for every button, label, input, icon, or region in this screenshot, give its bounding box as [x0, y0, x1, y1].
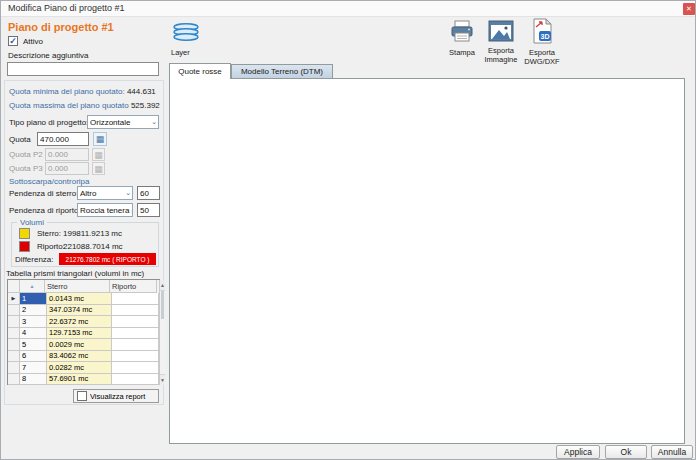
riporto-cell[interactable] [112, 305, 159, 317]
quota-label: Quota [9, 135, 31, 145]
annulla-label: Annulla [658, 447, 686, 457]
table-scrollbar-track [160, 319, 165, 374]
prism-table: ▲ Sterro Riporto ▶10.0143 mc2347.0374 mc… [7, 279, 160, 385]
chevron-down-icon: ⌄ [125, 190, 131, 196]
tipo-piano-select[interactable]: Orizzontale ⌄ [87, 115, 159, 129]
attivo-checkbox[interactable]: ✓ [8, 36, 18, 46]
quota-p3-input[interactable]: 0.000 [45, 162, 89, 175]
calculator-icon: ▦ [94, 164, 103, 174]
scroll-up-icon[interactable]: ▲ [160, 280, 165, 291]
dialog-modifica-piano: Modifica Piano di progetto #1 ✕ Piano di… [0, 0, 696, 460]
esporta-dwg-label-1: Esporta [522, 48, 562, 57]
riporto-cell[interactable] [112, 316, 159, 328]
riporto-cell[interactable] [112, 328, 159, 340]
table-scrollbar[interactable]: ▲ ▼ [159, 280, 165, 385]
visualizza-report-toggle[interactable]: Visualizza report [73, 389, 159, 403]
header-riporto[interactable]: Riporto [110, 280, 157, 293]
row-number-cell[interactable]: 3 [20, 316, 47, 328]
pendenza-riporto-num-input[interactable]: 50 [137, 203, 160, 217]
table-row[interactable]: 70.0282 mc [8, 362, 159, 374]
quota-max-label: Quota massima del piano quotato [9, 101, 129, 110]
quota-p3-label: Quota P3 [9, 164, 43, 174]
sterro-cell[interactable]: 57.6901 mc [47, 374, 112, 386]
prism-table-title: Tabella prismi triangolari (volumi in mc… [6, 269, 144, 279]
riporto-cell[interactable] [112, 374, 159, 386]
sterro-volume-value: 199811.9213 mc [63, 229, 122, 239]
riporto-cell[interactable] [112, 362, 159, 374]
table-row[interactable]: 683.4062 mc [8, 351, 159, 363]
sterro-cell[interactable]: 347.0374 mc [47, 305, 112, 317]
esporta-dwg-button[interactable]: 3D Esporta DWG/DXF [522, 18, 562, 68]
row-selector-cell[interactable]: ▶ [8, 293, 20, 305]
riporto-cell[interactable] [112, 351, 159, 363]
dwg-3d-document-icon: 3D [530, 18, 554, 44]
pendenza-sterro-num-input[interactable]: 60 [137, 186, 160, 200]
row-number-cell[interactable]: 2 [20, 305, 47, 317]
pendenza-sterro-label: Pendenza di sterro: [9, 189, 78, 199]
check-icon: ✓ [9, 36, 17, 46]
row-number-cell[interactable]: 8 [20, 374, 47, 386]
riporto-cell[interactable] [112, 293, 159, 305]
layer-button[interactable]: Layer [171, 21, 207, 59]
visualizza-report-checkbox[interactable] [77, 391, 87, 401]
sterro-cell[interactable]: 22.6372 mc [47, 316, 112, 328]
row-selector-cell[interactable] [8, 374, 20, 386]
quota-p2-picker-button[interactable]: ▦ [92, 148, 105, 161]
descrizione-label: Descrizione aggiuntiva [8, 51, 89, 61]
window-title: Modifica Piano di progetto #1 [8, 3, 125, 13]
riporto-cell[interactable] [112, 339, 159, 351]
sterro-cell[interactable]: 129.7153 mc [47, 328, 112, 340]
descrizione-input[interactable] [7, 62, 159, 76]
pendenza-sterro-select[interactable]: Altro ⌄ [77, 186, 133, 200]
row-number-cell[interactable]: 6 [20, 351, 47, 363]
row-selector-cell[interactable] [8, 339, 20, 351]
image-icon [488, 20, 514, 42]
table-row[interactable]: 857.6901 mc [8, 374, 159, 386]
row-selector-cell[interactable] [8, 316, 20, 328]
annulla-button[interactable]: Annulla [651, 445, 693, 459]
stampa-button[interactable]: Stampa [445, 20, 479, 60]
header-number-cell[interactable]: ▲ [20, 280, 45, 293]
row-selector-cell[interactable] [8, 362, 20, 374]
row-selector-cell[interactable] [8, 351, 20, 363]
close-button[interactable]: ✕ [683, 3, 695, 15]
row-number-cell[interactable]: 1 [20, 293, 47, 305]
ok-button[interactable]: Ok [605, 445, 647, 459]
sterro-cell[interactable]: 0.0029 mc [47, 339, 112, 351]
riporto-volume-value: 221088.7014 mc [63, 242, 123, 252]
applica-button[interactable]: Applica [556, 445, 600, 459]
tab-modello-terreno[interactable]: Modello Terreno (DTM) [231, 64, 333, 79]
sterro-cell[interactable]: 0.0143 mc [47, 293, 112, 305]
scroll-down-icon[interactable]: ▼ [160, 374, 165, 385]
quota-input[interactable]: 470.000 [37, 132, 89, 146]
row-number-cell[interactable]: 4 [20, 328, 47, 340]
quota-p2-label: Quota P2 [9, 150, 43, 160]
esporta-dwg-label-2: DWG/DXF [522, 57, 562, 66]
tab-modello-terreno-label: Modello Terreno (DTM) [241, 67, 323, 76]
table-row[interactable]: 322.6372 mc [8, 316, 159, 328]
row-selector-cell[interactable] [8, 305, 20, 317]
sterro-cell[interactable]: 83.4062 mc [47, 351, 112, 363]
header-sterro[interactable]: Sterro [45, 280, 110, 293]
quota-p2-input[interactable]: 0.000 [45, 148, 89, 161]
tab-quote-rosse[interactable]: Quote rosse [169, 63, 231, 79]
esporta-immagine-button[interactable]: Esporta Immagine [482, 20, 520, 68]
row-number-cell[interactable]: 7 [20, 362, 47, 374]
table-row[interactable]: ▶10.0143 mc [8, 293, 159, 305]
pendenza-riporto-value: Roccia tenera (5 [80, 206, 133, 215]
table-row[interactable]: 2347.0374 mc [8, 305, 159, 317]
volumi-title: Volumi [17, 218, 47, 227]
table-row[interactable]: 4129.7153 mc [8, 328, 159, 340]
quota-picker-button[interactable]: ▦ [93, 132, 107, 146]
pendenza-riporto-select[interactable]: Roccia tenera (5 ⌄ [77, 203, 133, 217]
row-number-cell[interactable]: 5 [20, 339, 47, 351]
tab-quote-rosse-label: Quote rosse [178, 67, 222, 76]
table-scrollbar-thumb[interactable] [161, 291, 164, 319]
table-row[interactable]: 50.0029 mc [8, 339, 159, 351]
row-selector-cell[interactable] [8, 328, 20, 340]
stampa-label: Stampa [445, 48, 479, 57]
sterro-cell[interactable]: 0.0282 mc [47, 362, 112, 374]
differenza-badge: 21276.7802 mc ( RIPORTO ) [59, 253, 156, 265]
quota-p3-picker-button[interactable]: ▦ [92, 162, 105, 175]
printer-icon [450, 20, 474, 44]
